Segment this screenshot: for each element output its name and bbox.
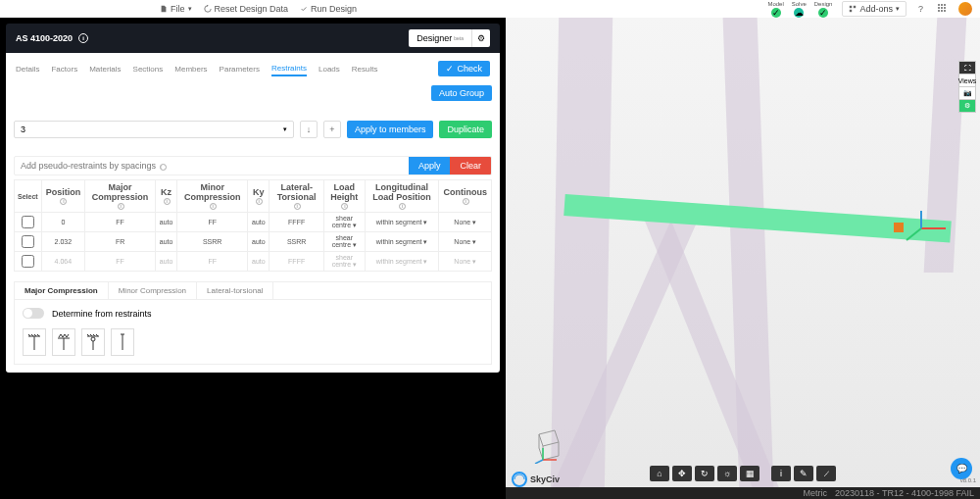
tab-loads[interactable]: Loads xyxy=(318,63,340,75)
topbar: File▾ Reset Design Data Run Design Model… xyxy=(0,0,980,18)
design-status-icon[interactable]: ✓ xyxy=(818,8,828,18)
svg-point-8 xyxy=(944,7,946,9)
designer-button[interactable]: Designerbeta xyxy=(409,29,471,47)
row-checkbox[interactable] xyxy=(22,216,34,228)
status-code: 20230118 - TR12 - 4100-1998 FAIL xyxy=(835,488,974,498)
col-loadheight: Load Height i xyxy=(323,180,365,213)
col-lt: Lateral-Torsional i xyxy=(270,180,323,213)
determine-label: Determine from restraints xyxy=(52,309,152,319)
subtab-minor[interactable]: Minor Compression xyxy=(109,282,197,299)
row-checkbox[interactable] xyxy=(22,235,34,248)
main-tabs: Details Factors Materials Sections Membe… xyxy=(14,61,492,81)
member-select[interactable]: 3▾ xyxy=(14,121,294,138)
apps-icon[interactable] xyxy=(935,1,949,17)
svg-point-3 xyxy=(938,4,940,6)
status-version: v8.0.1 xyxy=(960,477,976,483)
vp-edit-button[interactable]: ✎ xyxy=(794,466,813,481)
svg-point-4 xyxy=(941,4,943,6)
solve-status-icon[interactable]: ☁ xyxy=(794,8,804,18)
help-icon[interactable]: ? xyxy=(916,2,925,16)
pseudo-apply-button[interactable]: Apply xyxy=(409,157,451,175)
row-checkbox[interactable] xyxy=(22,255,34,268)
svg-point-10 xyxy=(941,10,943,12)
tab-restraints[interactable]: Restraints xyxy=(271,62,307,76)
pseudo-clear-button[interactable]: Clear xyxy=(450,157,491,175)
designer-settings-icon[interactable]: ⚙ xyxy=(471,29,490,47)
table-row[interactable]: 4.064FFautoFFautoFFFF shear centre ▾with… xyxy=(15,252,492,272)
info-icon[interactable]: i xyxy=(160,164,167,171)
svg-rect-1 xyxy=(854,6,856,8)
tab-members[interactable]: Members xyxy=(174,63,207,75)
status-metric[interactable]: Metric xyxy=(804,488,828,498)
addons-button[interactable]: Add-ons▾ xyxy=(842,1,906,17)
vp-rotate-button[interactable]: ↻ xyxy=(695,466,714,481)
svg-point-17 xyxy=(91,337,95,341)
file-menu[interactable]: File▾ xyxy=(160,4,192,14)
svg-point-11 xyxy=(944,10,946,12)
svg-rect-2 xyxy=(850,10,852,12)
col-select: Select xyxy=(15,180,42,213)
tab-details[interactable]: Details xyxy=(16,63,39,75)
subtab-lt[interactable]: Lateral-torsional xyxy=(197,282,273,299)
reset-design-button[interactable]: Reset Design Data xyxy=(204,4,289,14)
vp-light-button[interactable]: ☼ xyxy=(717,466,737,481)
add-button[interactable]: + xyxy=(323,121,341,138)
vp-move-button[interactable]: ✥ xyxy=(672,466,692,481)
svg-point-5 xyxy=(944,4,946,6)
svg-point-9 xyxy=(938,10,940,12)
check-button[interactable]: ✓ Check xyxy=(438,61,490,76)
vp-settings-button[interactable]: ⚙ xyxy=(958,99,976,113)
vp-snap-button[interactable]: ▦ xyxy=(740,466,760,481)
col-cont: Continous i xyxy=(439,180,492,213)
vp-expand-button[interactable]: ⛶ xyxy=(958,61,976,75)
axes-gizmo[interactable] xyxy=(529,424,568,464)
col-minor: Minor Compression i xyxy=(177,180,248,213)
svg-line-27 xyxy=(535,460,543,464)
restraints-table: Select Position i Major Compression i Kz… xyxy=(14,179,492,272)
restraint-icon-2[interactable] xyxy=(52,328,75,356)
svg-rect-0 xyxy=(850,6,852,8)
duplicate-button[interactable]: Duplicate xyxy=(439,121,492,138)
skyciv-logo: SkyCiv xyxy=(512,472,560,487)
restraint-icon-1[interactable] xyxy=(23,328,46,356)
svg-line-23 xyxy=(906,228,921,240)
page-title: AS 4100-2020 i xyxy=(16,33,88,43)
pseudo-restraint-input[interactable]: Add pseudo-restraints by spacings i xyxy=(15,157,409,175)
chat-button[interactable]: 💬 xyxy=(951,458,972,479)
svg-point-7 xyxy=(941,7,943,9)
restraint-icon-4[interactable] xyxy=(111,328,134,356)
tab-factors[interactable]: Factors xyxy=(51,63,77,75)
tab-results[interactable]: Results xyxy=(352,63,378,75)
col-position: Position i xyxy=(41,180,85,213)
avatar[interactable] xyxy=(958,2,972,16)
vp-views-button[interactable]: Views xyxy=(958,74,976,87)
run-design-button[interactable]: Run Design xyxy=(300,4,357,14)
vp-home-button[interactable]: ⌂ xyxy=(650,466,669,481)
tab-parameters[interactable]: Parameters xyxy=(220,63,260,75)
col-ky: Ky i xyxy=(248,180,270,213)
model-status-icon[interactable]: ✓ xyxy=(771,8,781,18)
table-row[interactable]: 2.032FRautoSSRRautoSSRR shear centre ▾wi… xyxy=(15,232,492,252)
subtab-major[interactable]: Major Compression xyxy=(15,282,109,299)
statusbar: Metric 20230118 - TR12 - 4100-1998 FAIL … xyxy=(506,487,980,499)
svg-rect-24 xyxy=(894,223,904,232)
tab-sections[interactable]: Sections xyxy=(133,63,164,75)
col-kz: Kz i xyxy=(156,180,177,213)
design-panel: AS 4100-2020 i Designerbeta ⚙ Details Fa… xyxy=(0,18,506,499)
col-major: Major Compression i xyxy=(85,180,156,213)
tab-materials[interactable]: Materials xyxy=(89,63,121,75)
info-icon[interactable]: i xyxy=(78,33,88,43)
determine-toggle[interactable] xyxy=(23,308,44,319)
status-indicators: Model✓ Solve☁ Design✓ xyxy=(767,1,832,18)
table-row[interactable]: 0FFautoFFautoFFFF shear centre ▾within s… xyxy=(15,213,492,232)
3d-viewport[interactable]: ⛶ Views 📷 ⚙ SkyCiv ⌂ ✥ ↻ ☼ ▦ xyxy=(506,18,980,499)
vp-measure-button[interactable]: ⟋ xyxy=(816,466,836,481)
autogroup-button[interactable]: Auto Group xyxy=(431,85,492,101)
vp-camera-button[interactable]: 📷 xyxy=(958,86,976,100)
restraint-icon-3[interactable] xyxy=(81,328,105,356)
apply-members-button[interactable]: Apply to members xyxy=(347,121,434,138)
vp-info-button[interactable]: i xyxy=(771,466,791,481)
svg-point-6 xyxy=(938,7,940,9)
download-button[interactable]: ↓ xyxy=(300,121,318,138)
col-longpos: Longitudinal Load Position i xyxy=(365,180,439,213)
